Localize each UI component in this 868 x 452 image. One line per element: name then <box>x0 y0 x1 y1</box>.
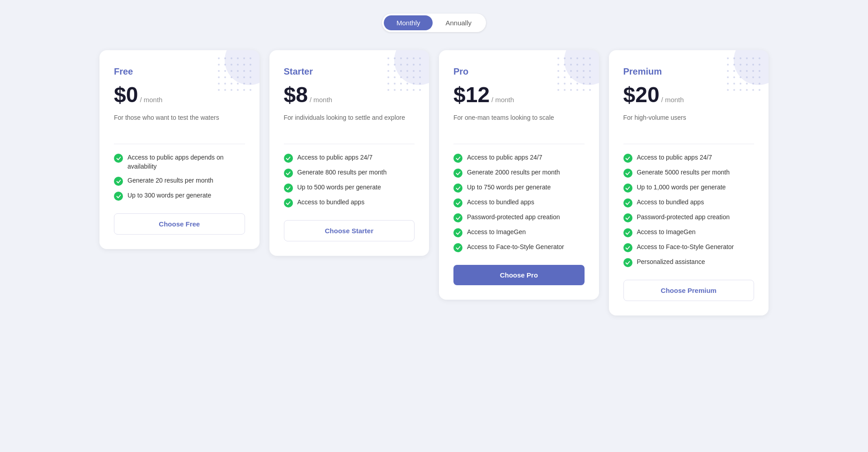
svg-point-65 <box>419 83 421 85</box>
check-icon <box>623 184 632 193</box>
check-icon <box>453 198 462 207</box>
svg-point-76 <box>583 57 585 59</box>
svg-point-96 <box>557 83 559 85</box>
feature-item: Up to 750 words per generate <box>453 183 585 193</box>
cta-button-pro[interactable]: Choose Pro <box>453 265 585 285</box>
feature-text: Up to 500 words per generate <box>297 183 381 192</box>
price-period: / month <box>310 96 332 104</box>
monthly-toggle-button[interactable]: Monthly <box>384 15 433 30</box>
svg-point-32 <box>231 89 232 91</box>
svg-point-45 <box>406 64 408 66</box>
feature-item: Generate 20 results per month <box>114 176 245 186</box>
svg-point-46 <box>413 64 415 66</box>
svg-point-2 <box>231 57 232 59</box>
svg-point-134 <box>740 83 741 85</box>
svg-point-115 <box>733 64 735 66</box>
svg-point-109 <box>733 57 735 59</box>
check-icon <box>453 154 462 163</box>
svg-point-1 <box>224 57 226 59</box>
features-list: Access to public apps depends on availab… <box>114 153 245 201</box>
svg-point-74 <box>570 57 572 59</box>
svg-point-116 <box>740 64 741 66</box>
check-icon <box>284 154 293 163</box>
svg-point-43 <box>394 64 396 66</box>
svg-point-142 <box>752 89 754 91</box>
feature-text: Password-protected app creation <box>637 213 730 222</box>
svg-point-72 <box>557 57 559 59</box>
feature-text: Access to Face-to-Style Generator <box>637 243 734 252</box>
plan-description: For high-volume users <box>623 113 755 135</box>
annually-toggle-button[interactable]: Annually <box>433 15 484 30</box>
plan-description: For individuals looking to settle and ex… <box>284 113 415 135</box>
plan-description: For those who want to test the waters <box>114 113 245 135</box>
svg-point-62 <box>400 83 402 85</box>
feature-text: Password-protected app creation <box>467 213 560 222</box>
feature-text: Access to bundled apps <box>467 198 534 207</box>
svg-point-138 <box>727 89 729 91</box>
svg-point-97 <box>564 83 566 85</box>
svg-point-44 <box>400 64 402 66</box>
feature-text: Generate 20 results per month <box>127 176 213 185</box>
svg-point-7 <box>224 64 226 66</box>
svg-point-28 <box>243 83 245 85</box>
price-amount: $8 <box>284 84 308 106</box>
svg-point-29 <box>250 83 251 85</box>
svg-point-112 <box>752 57 754 59</box>
feature-text: Access to public apps 24/7 <box>637 153 712 162</box>
svg-point-78 <box>557 64 559 66</box>
feature-text: Up to 300 words per generate <box>127 191 211 200</box>
svg-point-17 <box>250 70 251 72</box>
price-period: / month <box>491 96 514 104</box>
svg-point-23 <box>250 76 251 78</box>
svg-point-132 <box>727 83 729 85</box>
pricing-card-starter: Starter $8 / month For individuals looki… <box>269 50 429 256</box>
svg-point-81 <box>576 64 578 66</box>
svg-point-31 <box>224 89 226 91</box>
svg-point-102 <box>557 89 559 91</box>
check-icon <box>114 177 123 186</box>
svg-point-30 <box>218 89 220 91</box>
svg-point-39 <box>406 57 408 59</box>
features-list: Access to public apps 24/7 Generate 2000… <box>453 153 585 252</box>
check-icon <box>623 154 632 163</box>
svg-point-139 <box>733 89 735 91</box>
feature-text: Generate 5000 results per month <box>637 168 730 177</box>
svg-point-136 <box>752 83 754 85</box>
pricing-card-pro: Pro $12 / month For one-man teams lookin… <box>439 50 599 300</box>
check-icon <box>623 258 632 267</box>
price-period: / month <box>661 96 684 104</box>
svg-point-64 <box>413 83 415 85</box>
svg-point-60 <box>387 83 389 85</box>
cta-button-starter[interactable]: Choose Starter <box>284 220 415 241</box>
cta-button-premium[interactable]: Choose Premium <box>623 280 755 301</box>
cta-button-free[interactable]: Choose Free <box>114 213 245 235</box>
svg-point-101 <box>589 83 591 85</box>
svg-point-80 <box>570 64 572 66</box>
feature-text: Access to ImageGen <box>637 228 696 237</box>
feature-item: Access to Face-to-Style Generator <box>453 243 585 252</box>
feature-item: Password-protected app creation <box>623 213 755 222</box>
svg-point-118 <box>752 64 754 66</box>
svg-point-34 <box>243 89 245 91</box>
price-period: / month <box>140 96 162 104</box>
divider <box>114 144 245 144</box>
svg-point-47 <box>419 64 421 66</box>
price-amount: $20 <box>623 84 660 106</box>
svg-point-82 <box>583 64 585 66</box>
feature-text: Access to Face-to-Style Generator <box>467 243 564 252</box>
svg-point-77 <box>589 57 591 59</box>
check-icon <box>284 169 293 178</box>
svg-point-75 <box>576 57 578 59</box>
check-icon <box>453 213 462 222</box>
svg-point-63 <box>406 83 408 85</box>
svg-point-26 <box>231 83 232 85</box>
svg-point-107 <box>589 89 591 91</box>
svg-point-24 <box>218 83 220 85</box>
svg-point-106 <box>583 89 585 91</box>
svg-point-73 <box>564 57 566 59</box>
svg-point-110 <box>740 57 741 59</box>
feature-item: Access to bundled apps <box>284 198 415 207</box>
svg-point-59 <box>419 76 421 78</box>
check-icon <box>623 198 632 207</box>
svg-point-68 <box>400 89 402 91</box>
